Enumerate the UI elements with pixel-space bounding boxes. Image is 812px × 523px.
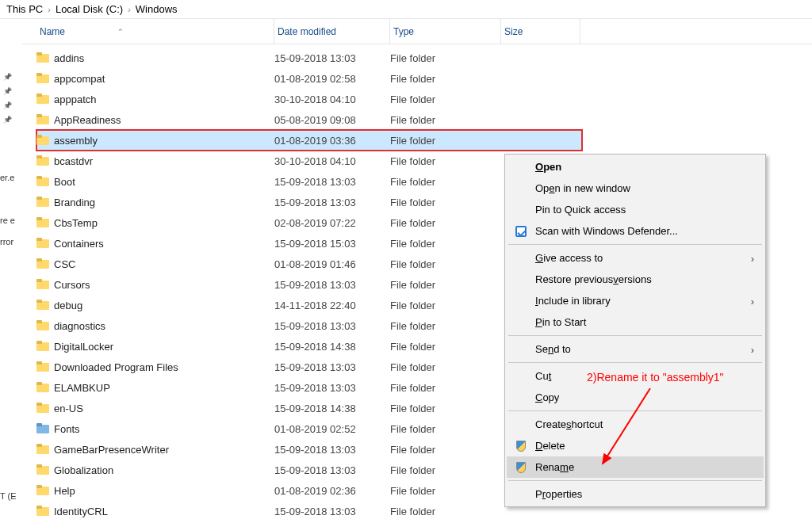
menu-delete[interactable]: Delete (507, 435, 764, 456)
file-name: debug (54, 300, 82, 311)
file-date: 01-08-2019 03:36 (274, 135, 390, 147)
folder-icon (36, 381, 49, 394)
table-row[interactable]: addins15-09-2018 13:03File folder (36, 48, 812, 68)
breadcrumb[interactable]: This PC › Local Disk (C:) › Windows (0, 0, 812, 18)
chevron-right-icon: › (751, 295, 754, 307)
file-date: 01-08-2019 02:36 (274, 485, 390, 497)
quick-access-pins (0, 71, 14, 124)
file-name: addins (54, 52, 84, 64)
table-row[interactable]: apppatch30-10-2018 04:10File folder (36, 89, 812, 109)
file-date: 30-10-2018 04:10 (274, 155, 390, 167)
file-type: File folder (390, 485, 501, 497)
table-row[interactable]: AppReadiness05-08-2019 09:08File folder (36, 109, 812, 130)
table-row[interactable]: appcompat01-08-2019 02:58File folder (36, 68, 812, 89)
file-type: File folder (390, 94, 501, 105)
file-date: 15-09-2018 13:03 (274, 197, 390, 208)
file-name: appcompat (54, 73, 105, 85)
menu-scan-defender[interactable]: Scan with Windows Defender... (507, 220, 764, 242)
file-type: File folder (390, 423, 501, 435)
file-type: File folder (390, 217, 501, 229)
file-type: File folder (390, 155, 501, 167)
file-type: File folder (390, 279, 501, 291)
file-date: 02-08-2019 07:22 (274, 217, 390, 229)
file-name: CSC (54, 258, 75, 270)
file-name: bcastdvr (54, 155, 93, 167)
menu-send-to[interactable]: Send to› (507, 338, 764, 360)
folder-icon (36, 237, 49, 250)
breadcrumb-item[interactable]: Windows (136, 3, 178, 15)
folder-icon (36, 422, 49, 435)
file-date: 01-08-2019 02:52 (274, 423, 390, 435)
file-date: 15-09-2018 13:03 (274, 506, 390, 517)
file-date: 15-09-2018 13:03 (274, 464, 390, 476)
file-name: Globalization (54, 464, 113, 476)
menu-create-shortcut[interactable]: Create shortcut (507, 414, 764, 435)
pin-icon (3, 86, 12, 95)
folder-icon (36, 319, 49, 332)
menu-include-in-library[interactable]: Include in library› (507, 290, 764, 311)
file-name: GameBarPresenceWriter (54, 444, 169, 456)
menu-separator (508, 362, 762, 363)
breadcrumb-separator-icon: › (128, 5, 131, 14)
file-date: 15-09-2018 13:03 (274, 52, 390, 64)
folder-icon (36, 361, 49, 373)
table-row[interactable]: assembly01-08-2019 03:36File folder (36, 130, 582, 151)
file-type: File folder (390, 464, 501, 476)
cropped-text: T (E (0, 491, 19, 501)
menu-copy[interactable]: Copy (507, 387, 764, 408)
file-name: Cursors (54, 279, 90, 291)
file-name: IdentityCRL (54, 506, 108, 517)
pin-icon (3, 114, 12, 124)
column-header-type[interactable]: Type (390, 19, 501, 44)
menu-separator (508, 335, 762, 336)
file-type: File folder (390, 114, 501, 126)
folder-icon (36, 72, 49, 85)
pin-icon (3, 71, 12, 81)
file-date: 14-11-2018 22:40 (274, 300, 390, 311)
file-name: diagnostics (54, 320, 105, 332)
file-date: 01-08-2019 02:58 (274, 73, 390, 85)
menu-pin-quick-access[interactable]: Pin to Quick access (507, 199, 764, 220)
column-header-date[interactable]: Date modified (274, 19, 390, 44)
file-name: ELAMBKUP (54, 382, 110, 394)
file-name: assembly (54, 135, 98, 147)
folder-icon (36, 134, 49, 147)
file-name: apppatch (54, 94, 97, 105)
pin-icon (3, 100, 12, 109)
column-header-name[interactable]: Name ⌃ (36, 19, 274, 44)
file-type: File folder (390, 506, 501, 517)
menu-restore-previous-versions[interactable]: Restore previous versions (507, 269, 764, 290)
menu-pin-to-start[interactable]: Pin to Start (507, 311, 764, 333)
breadcrumb-item[interactable]: Local Disk (C:) (56, 3, 123, 15)
cropped-text: rror (0, 234, 17, 251)
shield-icon (515, 461, 527, 474)
menu-open-new-window[interactable]: Open in new window (507, 178, 764, 199)
cropped-text: re e (0, 212, 17, 230)
file-type: File folder (390, 176, 501, 188)
shield-icon (515, 440, 527, 452)
file-name: Boot (54, 176, 75, 188)
file-date: 15-09-2018 13:03 (274, 382, 390, 394)
file-date: 15-09-2018 13:03 (274, 361, 390, 373)
file-date: 15-09-2018 13:03 (274, 320, 390, 332)
file-date: 15-09-2018 13:03 (274, 279, 390, 291)
folder-icon (36, 484, 49, 497)
file-name: Fonts (54, 423, 80, 435)
folder-icon (36, 196, 49, 208)
menu-give-access-to[interactable]: Give access to› (507, 247, 764, 269)
menu-properties[interactable]: Properties (507, 483, 764, 505)
column-header-size[interactable]: Size (501, 19, 580, 44)
file-name: Help (54, 485, 75, 497)
folder-icon (36, 52, 49, 64)
menu-separator (508, 244, 762, 245)
chevron-right-icon: › (751, 343, 754, 355)
menu-rename[interactable]: Rename (507, 456, 764, 478)
folder-icon (36, 402, 49, 414)
folder-icon (36, 505, 49, 517)
file-type: File folder (390, 300, 501, 311)
menu-open[interactable]: Open (507, 156, 764, 178)
folder-icon (36, 216, 49, 229)
defender-icon (515, 225, 527, 238)
breadcrumb-item[interactable]: This PC (6, 3, 43, 15)
file-name: DigitalLocker (54, 341, 113, 353)
